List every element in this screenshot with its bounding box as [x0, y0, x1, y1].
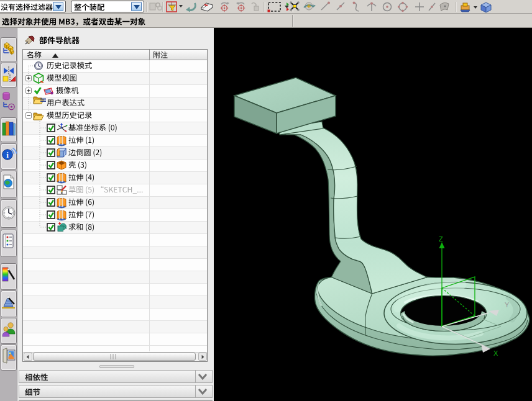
svg-text:i: i [6, 150, 9, 160]
svg-text:X: X [493, 349, 498, 357]
svg-text:Y: Y [505, 301, 510, 309]
svg-text:Z: Z [439, 235, 443, 243]
